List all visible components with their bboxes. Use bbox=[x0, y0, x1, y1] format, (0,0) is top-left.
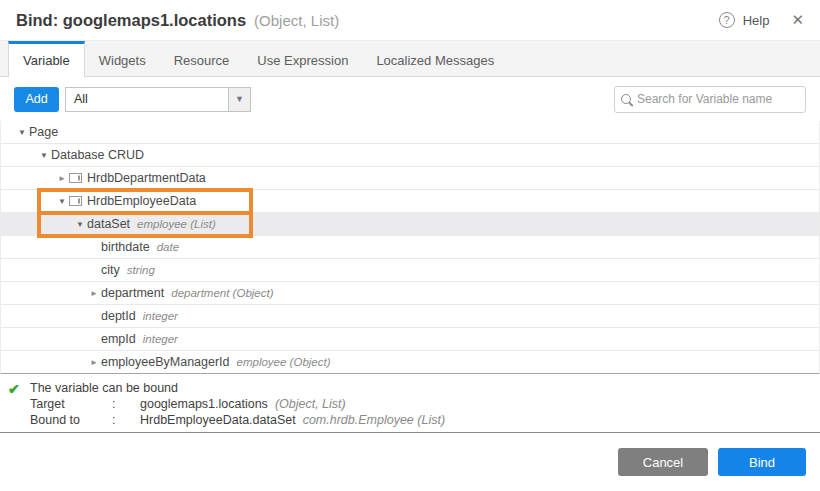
chevron-down-icon: ▼ bbox=[228, 88, 250, 111]
status-row-colon: : bbox=[112, 397, 140, 413]
tree-node-label: city bbox=[101, 263, 120, 277]
caret-down-icon[interactable]: ▼ bbox=[55, 197, 69, 206]
help-icon[interactable]: ? bbox=[719, 12, 735, 28]
tree-node-label: deptId bbox=[101, 309, 136, 323]
tree-row-employeeByManagerId[interactable]: ►employeeByManagerIdemployee (Object) bbox=[1, 351, 819, 374]
help-link[interactable]: Help bbox=[743, 13, 770, 28]
tree-node-label: empId bbox=[101, 332, 136, 346]
status-row: Target:googlemaps1.locations(Object, Lis… bbox=[30, 397, 820, 413]
status-message: The variable can be bound bbox=[30, 381, 178, 395]
tree-row-city[interactable]: citystring bbox=[1, 259, 819, 282]
tree-node-type: date bbox=[157, 241, 179, 253]
tree-node-type: employee (Object) bbox=[237, 356, 331, 368]
tree-row-Page[interactable]: ▼Page bbox=[1, 121, 819, 144]
tree-node-type: employee (List) bbox=[137, 218, 216, 230]
tree-node-type: string bbox=[127, 264, 155, 276]
tree-node-label: Page bbox=[29, 125, 58, 139]
search-input[interactable] bbox=[637, 92, 787, 106]
tree-node-label: HrdbEmployeeData bbox=[87, 194, 196, 208]
status-row-value: googlemaps1.locations bbox=[140, 397, 268, 413]
status-row-label: Target bbox=[30, 397, 112, 413]
dialog-header: Bind: googlemaps1.locations (Object, Lis… bbox=[0, 0, 820, 40]
tab-bar: VariableWidgetsResourceUse ExpressionLoc… bbox=[0, 40, 820, 77]
check-icon: ✔ bbox=[8, 381, 30, 397]
tab-resource[interactable]: Resource bbox=[160, 41, 244, 76]
dialog-subtitle: (Object, List) bbox=[254, 12, 339, 29]
tree-node-label: dataSet bbox=[87, 217, 130, 231]
bind-button[interactable]: Bind bbox=[718, 448, 806, 476]
close-icon[interactable]: ✕ bbox=[791, 11, 804, 29]
tree-node-type: integer bbox=[143, 310, 178, 322]
variable-filter-value: All bbox=[66, 92, 228, 106]
caret-right-icon[interactable]: ► bbox=[55, 174, 69, 183]
tree-row-dataSet[interactable]: ▼dataSetemployee (List) bbox=[1, 213, 819, 236]
status-row-label: Bound to bbox=[30, 413, 112, 429]
dialog-title: Bind: googlemaps1.locations bbox=[16, 11, 246, 30]
tab-widgets[interactable]: Widgets bbox=[85, 41, 160, 76]
tab-localized-messages[interactable]: Localized Messages bbox=[362, 41, 508, 76]
variable-icon bbox=[69, 173, 82, 183]
tree-node-label: HrdbDepartmentData bbox=[87, 171, 206, 185]
toolbar: Add All ▼ bbox=[0, 77, 820, 121]
status-row-type: (Object, List) bbox=[275, 397, 346, 413]
status-row: Bound to:HrdbEmployeeData.dataSetcom.hrd… bbox=[30, 413, 820, 429]
tree-node-label: Database CRUD bbox=[51, 148, 144, 162]
tree-row-empId[interactable]: empIdinteger bbox=[1, 328, 819, 351]
caret-down-icon[interactable]: ▼ bbox=[37, 151, 51, 160]
variable-filter-select[interactable]: All ▼ bbox=[65, 87, 251, 112]
caret-right-icon[interactable]: ► bbox=[87, 289, 101, 298]
status-row-colon: : bbox=[112, 413, 140, 429]
caret-down-icon[interactable]: ▼ bbox=[15, 128, 29, 137]
bind-dialog: Bind: googlemaps1.locations (Object, Lis… bbox=[0, 0, 820, 491]
caret-down-icon[interactable]: ▼ bbox=[73, 220, 87, 229]
caret-right-icon[interactable]: ► bbox=[87, 358, 101, 367]
add-button[interactable]: Add bbox=[14, 87, 59, 112]
status-panel: ✔ The variable can be bound Target:googl… bbox=[0, 374, 820, 433]
tree-node-label: employeeByManagerId bbox=[101, 355, 230, 369]
tree-row-deptId[interactable]: deptIdinteger bbox=[1, 305, 819, 328]
tab-variable[interactable]: Variable bbox=[8, 41, 85, 77]
dialog-footer: Cancel Bind bbox=[0, 433, 820, 491]
search-icon bbox=[621, 94, 631, 104]
tree-row-birthdate[interactable]: birthdatedate bbox=[1, 236, 819, 259]
tab-use-expression[interactable]: Use Expression bbox=[243, 41, 362, 76]
tree-row-department[interactable]: ►departmentdepartment (Object) bbox=[1, 282, 819, 305]
status-row-value: HrdbEmployeeData.dataSet bbox=[140, 413, 296, 429]
tree-node-type: integer bbox=[143, 333, 178, 345]
status-grid: Target:googlemaps1.locations(Object, Lis… bbox=[30, 397, 820, 428]
status-row-type: com.hrdb.Employee (List) bbox=[303, 413, 445, 429]
tree-row-HrdbDepartmentData[interactable]: ►HrdbDepartmentData bbox=[1, 167, 819, 190]
tree-node-type: department (Object) bbox=[171, 287, 273, 299]
tree-row-HrdbEmployeeData[interactable]: ▼HrdbEmployeeData bbox=[1, 190, 819, 213]
tree-node-label: birthdate bbox=[101, 240, 150, 254]
tree-row-Database CRUD[interactable]: ▼Database CRUD bbox=[1, 144, 819, 167]
cancel-button[interactable]: Cancel bbox=[618, 448, 708, 476]
variable-tree: ▼Page▼Database CRUD►HrdbDepartmentData▼H… bbox=[0, 121, 820, 374]
variable-search bbox=[614, 86, 806, 113]
variable-icon bbox=[69, 196, 82, 206]
tree-node-label: department bbox=[101, 286, 164, 300]
